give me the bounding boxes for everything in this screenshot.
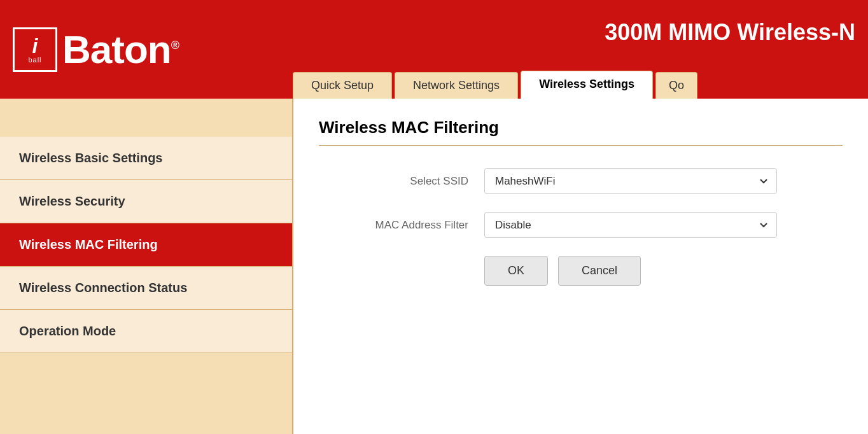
logo-box: i ball [13,27,57,72]
ssid-row: Select SSID MaheshWiFi [319,168,843,194]
main-layout: Wireless Basic Settings Wireless Securit… [0,99,868,434]
tab-qos[interactable]: Qo [655,72,697,99]
ok-button[interactable]: OK [484,256,548,286]
sidebar-item-wireless-basic-settings[interactable]: Wireless Basic Settings [0,137,292,180]
tab-quick-setup[interactable]: Quick Setup [293,72,392,99]
nav-tabs: Quick Setup Network Settings Wireless Se… [293,71,697,99]
logo-i-letter: i [32,36,38,56]
sidebar-item-wireless-mac-filtering[interactable]: Wireless MAC Filtering [0,223,292,267]
logo-iball-text: ball [28,56,41,64]
cancel-button[interactable]: Cancel [558,256,641,286]
tab-wireless-settings[interactable]: Wireless Settings [521,71,653,99]
ssid-label: Select SSID [319,175,484,188]
button-row: OK Cancel [319,256,843,286]
content-title: Wireless MAC Filtering [319,118,843,146]
sidebar: Wireless Basic Settings Wireless Securit… [0,99,293,434]
logo-area: i ball Baton® [13,27,179,72]
logo-brand-name: Baton® [62,30,179,69]
mac-filter-row: MAC Address Filter Disable [319,212,843,238]
product-title: 300M MIMO Wireless-N [592,13,868,52]
mac-filter-label: MAC Address Filter [319,219,484,232]
ssid-select[interactable]: MaheshWiFi [484,168,777,194]
header: i ball Baton® 300M MIMO Wireless-N Quick… [0,0,868,99]
content-area: Wireless MAC Filtering Select SSID Mahes… [293,99,868,434]
tab-network-settings[interactable]: Network Settings [395,72,518,99]
sidebar-top-space [0,105,292,137]
sidebar-item-wireless-security[interactable]: Wireless Security [0,180,292,223]
mac-filter-select[interactable]: Disable [484,212,777,238]
sidebar-item-operation-mode[interactable]: Operation Mode [0,310,292,353]
sidebar-item-wireless-connection-status[interactable]: Wireless Connection Status [0,267,292,310]
